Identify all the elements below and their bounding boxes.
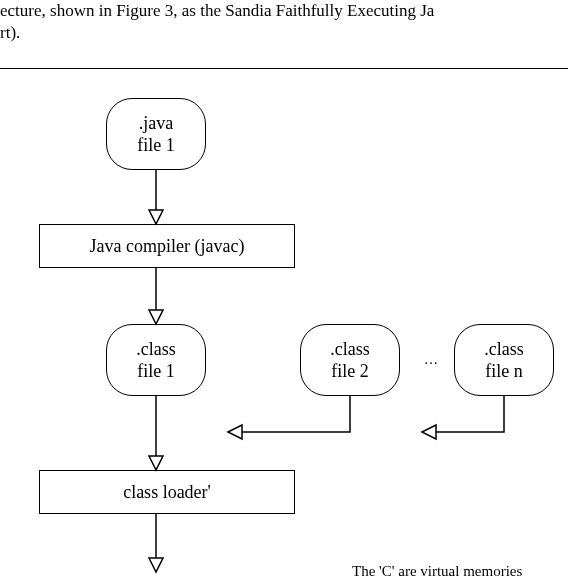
node-java-file-line2: file 1 bbox=[137, 134, 175, 157]
text-fragment-top-2: rt). bbox=[0, 22, 20, 44]
page: ecture, shown in Figure 3, as the Sandia… bbox=[0, 0, 568, 577]
ellipsis: … bbox=[424, 352, 438, 368]
svg-marker-3 bbox=[149, 310, 163, 324]
node-class-file-1-line2: file 1 bbox=[137, 360, 175, 383]
node-class-loader-label: class loader' bbox=[123, 482, 211, 503]
node-class-file-1: .class file 1 bbox=[106, 324, 206, 396]
svg-marker-9 bbox=[149, 558, 163, 572]
node-java-file: .java file 1 bbox=[106, 98, 206, 170]
divider-line bbox=[0, 68, 568, 69]
text-fragment-top-1: ecture, shown in Figure 3, as the Sandia… bbox=[0, 0, 434, 22]
node-compiler-label: Java compiler (javac) bbox=[90, 236, 245, 257]
svg-marker-6 bbox=[228, 425, 242, 439]
node-class-file-2-line2: file 2 bbox=[331, 360, 369, 383]
node-class-file-2: .class file 2 bbox=[300, 324, 400, 396]
svg-marker-1 bbox=[149, 210, 163, 224]
node-compiler: Java compiler (javac) bbox=[39, 224, 295, 268]
node-class-file-n: .class file n bbox=[454, 324, 554, 396]
node-class-file-1-line1: .class bbox=[136, 338, 176, 361]
node-class-loader: class loader' bbox=[39, 470, 295, 514]
svg-marker-7 bbox=[422, 425, 436, 439]
svg-marker-5 bbox=[149, 456, 163, 470]
text-fragment-bottom: The 'C' are virtual memories bbox=[352, 562, 522, 577]
node-java-file-line1: .java bbox=[139, 112, 173, 135]
node-class-file-n-line1: .class bbox=[484, 338, 524, 361]
node-class-file-n-line2: file n bbox=[485, 360, 523, 383]
node-class-file-2-line1: .class bbox=[330, 338, 370, 361]
